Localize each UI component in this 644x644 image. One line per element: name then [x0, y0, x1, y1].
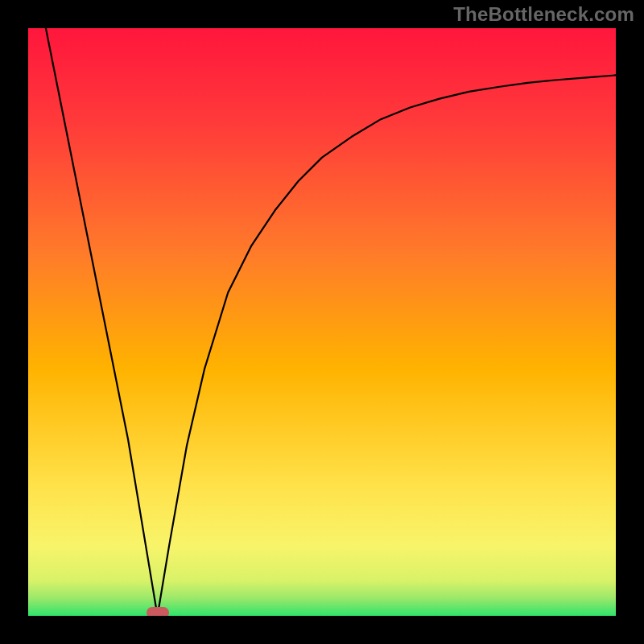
notch-marker	[147, 607, 169, 616]
plot-area	[28, 28, 616, 616]
attribution-label: TheBottleneck.com	[453, 3, 634, 26]
curve-layer	[28, 28, 616, 616]
curve-path	[46, 28, 616, 616]
chart-container: TheBottleneck.com	[0, 0, 644, 644]
